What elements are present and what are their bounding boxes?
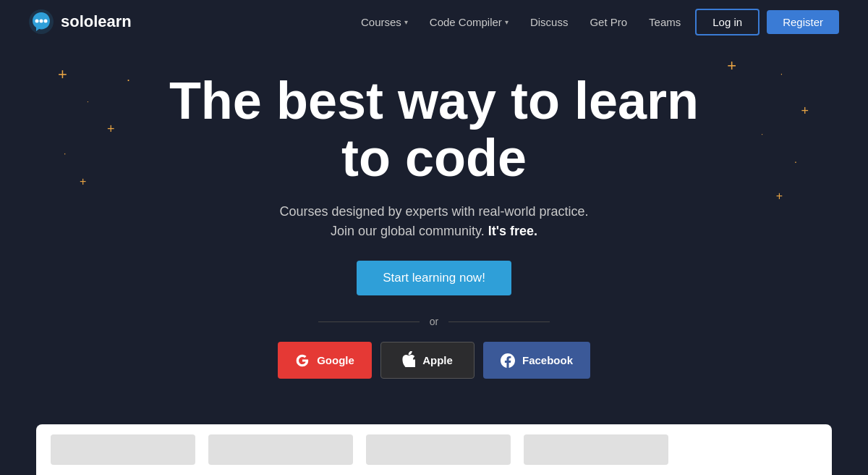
card-placeholder-4 [524, 434, 668, 465]
nav-courses[interactable]: Courses ▾ [361, 16, 408, 28]
svg-point-3 [44, 20, 48, 23]
card-placeholder-1 [51, 434, 195, 465]
hero-subtitle: Courses designed by experts with real-wo… [279, 204, 588, 219]
svg-point-2 [40, 20, 43, 23]
nav-discuss-label: Discuss [530, 16, 569, 28]
google-login-button[interactable]: Google [278, 342, 372, 379]
hero-title-line1: The best way to learn [169, 72, 699, 130]
start-learning-button[interactable]: Start learning now! [357, 261, 511, 295]
apple-icon [402, 351, 415, 369]
login-button[interactable]: Log in [695, 9, 760, 35]
nav-code-compiler-label: Code Compiler [430, 16, 502, 28]
facebook-login-button[interactable]: Facebook [483, 342, 590, 379]
hero-title: The best way to learn to code [169, 72, 699, 187]
navbar: sololearn Courses ▾ Code Compiler ▾ Disc… [0, 0, 868, 43]
apple-login-label: Apple [422, 354, 453, 366]
compiler-chevron-icon: ▾ [505, 18, 509, 26]
sololearn-logo-icon [29, 9, 54, 34]
apple-login-button[interactable]: Apple [380, 342, 475, 379]
card-placeholder-2 [208, 434, 353, 465]
divider-line-right [448, 321, 550, 322]
nav-links: Courses ▾ Code Compiler ▾ Discuss Get Pr… [361, 16, 681, 28]
nav-discuss[interactable]: Discuss [530, 16, 569, 28]
nav-teams[interactable]: Teams [649, 16, 681, 28]
nav-courses-label: Courses [361, 16, 401, 28]
or-label: or [430, 316, 438, 327]
hero-subtitle2: Join our global community. It's free. [331, 224, 537, 239]
hero-subtitle2-normal: Join our global community. [331, 224, 485, 238]
or-divider: or [318, 316, 550, 327]
google-login-label: Google [317, 354, 354, 366]
svg-point-1 [35, 20, 39, 23]
facebook-icon [501, 353, 515, 368]
nav-get-pro-label: Get Pro [590, 16, 627, 28]
courses-chevron-icon: ▾ [404, 18, 408, 26]
nav-teams-label: Teams [649, 16, 681, 28]
social-login-group: Google Apple Facebook [278, 342, 590, 379]
google-icon [295, 353, 310, 368]
nav-code-compiler[interactable]: Code Compiler ▾ [430, 16, 509, 28]
logo-text: sololearn [61, 12, 132, 31]
nav-get-pro[interactable]: Get Pro [590, 16, 627, 28]
divider-line-left [318, 321, 420, 322]
hero-section: The best way to learn to code Courses de… [0, 43, 868, 400]
register-button[interactable]: Register [767, 10, 839, 34]
facebook-login-label: Facebook [522, 354, 573, 366]
hero-title-line2: to code [341, 129, 527, 187]
hero-subtitle2-bold: It's free. [488, 224, 537, 238]
bottom-card-preview [36, 424, 832, 475]
card-placeholder-3 [366, 434, 511, 465]
logo[interactable]: sololearn [29, 9, 132, 34]
